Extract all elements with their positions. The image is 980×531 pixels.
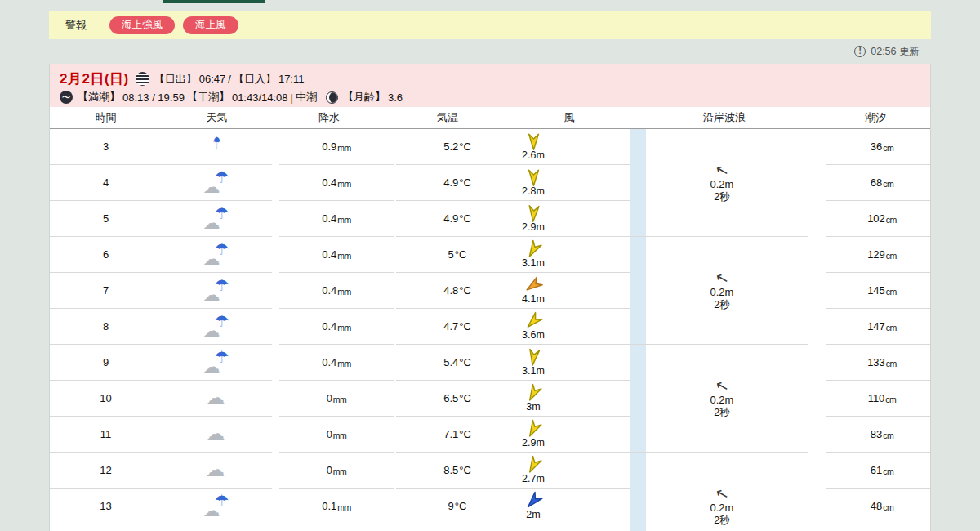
tide-unit: cm	[886, 285, 897, 297]
precip-unit: mm	[337, 321, 351, 332]
tide-cell: 36cm	[826, 129, 931, 165]
temp-value: 8.5	[443, 464, 458, 476]
wave-height-unit: m	[725, 286, 734, 298]
forecast-panel: 2月2日(日) 【日出】 06:47 / 【日入】 17:11 〜 【満潮】 0…	[49, 64, 931, 531]
tide-cell: 133cm	[826, 345, 931, 381]
temp-value: 6.5	[443, 392, 458, 404]
time-cell: 8	[50, 309, 162, 345]
temp-value: 5	[448, 248, 454, 261]
weather-cell: ☁☂	[162, 345, 272, 381]
wind-cell: 2.9m	[509, 417, 630, 453]
weather-cell: ☁☂	[162, 165, 272, 201]
moon-phase-icon	[326, 91, 338, 104]
wave-period: 2秒	[714, 515, 729, 526]
tide-value: 133	[867, 356, 885, 368]
wind-speed: 3.6m	[522, 329, 545, 341]
temp-cell: 4.9°C	[396, 165, 519, 201]
wind-speed-value: 3.1	[522, 365, 536, 377]
time-cell: 12	[50, 453, 162, 489]
weather-icon-cloudy: ☁	[203, 422, 232, 447]
wind-speed: 2m	[526, 509, 540, 520]
umbrella-icon: ☂	[215, 349, 229, 365]
sunrise-time: 06:47	[199, 73, 226, 85]
time-cell: 6	[50, 237, 162, 273]
precip-cell: 0mm	[279, 381, 394, 417]
weather-cell: ☁☂	[162, 273, 272, 309]
wind-cell: 3.6m	[509, 309, 630, 345]
hour-value: 4	[103, 176, 109, 189]
weather-cell: ☁	[162, 381, 272, 417]
tide-value: 61	[871, 464, 882, 476]
wind-cell: 3m	[509, 381, 630, 417]
tide-type: 中潮	[296, 90, 317, 105]
tide-unit: cm	[883, 141, 893, 153]
wind-cell: 2.9m	[509, 201, 630, 237]
umbrella-icon: ☂	[215, 313, 229, 329]
weather-cell: ☂	[162, 129, 272, 165]
wind-speed-unit: m	[536, 365, 544, 377]
day-header: 2月2日(日) 【日出】 06:47 / 【日入】 17:11 〜 【満潮】 0…	[50, 64, 930, 107]
temp-value: 4.7	[443, 320, 458, 332]
weather-icon-cloudy: ☁	[203, 386, 232, 411]
precip-unit: mm	[337, 177, 351, 189]
date-title: 2月2日(日)	[60, 69, 129, 88]
col-header-time: 時間	[50, 107, 162, 128]
precip-value: 0	[327, 464, 332, 476]
wave-direction-arrow: ↖	[714, 485, 730, 503]
time-cell: 11	[50, 417, 162, 453]
wind-block: 4.1m	[514, 276, 553, 305]
precip-unit: mm	[333, 465, 347, 476]
wind-speed-value: 2.8	[522, 185, 536, 197]
warning-label: 警報	[65, 18, 87, 33]
temp-cell: 8.5°C	[396, 453, 519, 489]
hour-value: 11	[100, 428, 112, 440]
wind-direction-arrow	[528, 168, 540, 186]
temp-unit: °C	[459, 320, 471, 332]
tide-unit: cm	[885, 393, 896, 404]
low-tide-times: 01:43/14:08	[232, 91, 288, 104]
wave-height: 0.2m	[710, 179, 734, 191]
weather-page: 警報 海上強風 海上風 ! 02:56 更新 2月2日(日) 【日出】 06:4…	[0, 0, 980, 531]
wave-height-unit: m	[725, 394, 734, 406]
precip-value: 0.1	[322, 500, 336, 512]
hour-value: 3	[103, 141, 109, 153]
coastal-wave-cell: ↖0.2m2秒	[635, 129, 808, 237]
temp-unit: °C	[459, 392, 471, 404]
cloud-icon: ☁	[206, 424, 225, 444]
hour-value: 12	[100, 464, 111, 476]
temp-unit: °C	[459, 212, 471, 225]
wind-speed-unit: m	[536, 149, 544, 161]
col-header-wave: 沿岸波浪	[630, 107, 819, 128]
tide-unit: cm	[883, 465, 893, 476]
sunrise-label: 【日出】	[154, 72, 197, 87]
tide-unit: cm	[886, 357, 897, 368]
temp-value: 4.9	[443, 212, 458, 225]
temp-value: 4.9	[443, 176, 458, 189]
tide-unit: cm	[883, 501, 893, 512]
weather-icon-rain-cloud: ☁☂	[203, 171, 232, 195]
wind-cell: 3.1m	[509, 345, 630, 381]
wind-speed-unit: m	[532, 509, 540, 520]
sunset-time: 17:11	[278, 73, 305, 85]
wind-cell: 2.6m	[509, 129, 630, 165]
precip-unit: mm	[333, 429, 347, 440]
tide-cell: 147cm	[826, 309, 931, 345]
temp-cell: 5°C	[396, 237, 519, 273]
warning-badge-gale[interactable]: 海上強風	[109, 16, 175, 34]
hour-value: 6	[103, 248, 109, 261]
wave-height-unit: m	[725, 502, 734, 514]
tide-value: 102	[867, 212, 885, 225]
warning-badge-wind[interactable]: 海上風	[183, 16, 238, 34]
col-header-weather: 天気	[162, 107, 272, 128]
tide-value: 36	[871, 141, 882, 153]
sunset-label: 【日入】	[234, 72, 276, 87]
hour-value: 10	[100, 392, 111, 404]
wave-height: 0.2m	[710, 395, 734, 407]
precip-value: 0.9	[322, 141, 336, 153]
precip-cell: 0mm	[279, 417, 394, 453]
update-status: ! 02:56 更新	[49, 42, 931, 60]
tide-value: 145	[867, 284, 885, 297]
temp-value: 5.2	[443, 141, 458, 153]
wind-speed: 2.8m	[522, 185, 545, 197]
tide-value: 129	[867, 248, 885, 261]
